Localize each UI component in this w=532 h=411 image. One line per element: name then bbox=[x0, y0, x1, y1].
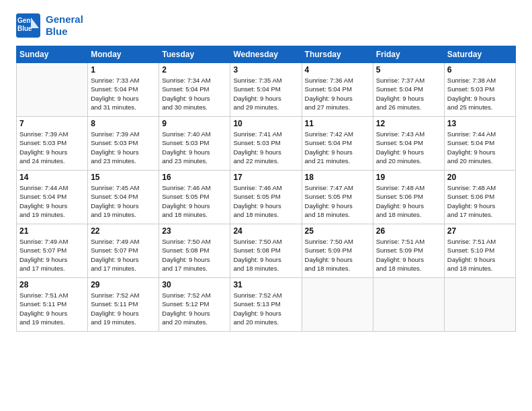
header: Gen Blue General Blue bbox=[16, 13, 516, 38]
logo: Gen Blue General Blue bbox=[16, 13, 83, 38]
day-number: 23 bbox=[162, 226, 227, 236]
day-number: 3 bbox=[233, 65, 298, 75]
day-number: 13 bbox=[447, 119, 513, 128]
day-header-wednesday: Wednesday bbox=[230, 46, 302, 63]
day-info: Sunrise: 7:50 AM Sunset: 5:09 PM Dayligh… bbox=[305, 237, 370, 273]
calendar-cell: 30Sunrise: 7:52 AM Sunset: 5:12 PM Dayli… bbox=[159, 278, 230, 332]
day-info: Sunrise: 7:37 AM Sunset: 5:04 PM Dayligh… bbox=[376, 76, 441, 111]
day-info: Sunrise: 7:34 AM Sunset: 5:04 PM Dayligh… bbox=[162, 76, 227, 111]
calendar-cell: 21Sunrise: 7:49 AM Sunset: 5:07 PM Dayli… bbox=[17, 224, 88, 278]
day-info: Sunrise: 7:46 AM Sunset: 5:05 PM Dayligh… bbox=[233, 183, 298, 219]
week-row-3: 14Sunrise: 7:44 AM Sunset: 5:04 PM Dayli… bbox=[17, 171, 516, 224]
day-info: Sunrise: 7:45 AM Sunset: 5:04 PM Dayligh… bbox=[91, 183, 156, 219]
day-info: Sunrise: 7:50 AM Sunset: 5:08 PM Dayligh… bbox=[162, 237, 227, 273]
calendar-cell: 25Sunrise: 7:50 AM Sunset: 5:09 PM Dayli… bbox=[302, 224, 373, 278]
day-number: 17 bbox=[233, 173, 298, 182]
day-number: 30 bbox=[162, 280, 227, 289]
day-header-thursday: Thursday bbox=[302, 46, 373, 63]
day-info: Sunrise: 7:47 AM Sunset: 5:05 PM Dayligh… bbox=[305, 183, 370, 219]
calendar-cell: 9Sunrise: 7:40 AM Sunset: 5:03 PM Daylig… bbox=[159, 117, 230, 171]
calendar-cell bbox=[373, 278, 444, 332]
calendar-cell: 11Sunrise: 7:42 AM Sunset: 5:04 PM Dayli… bbox=[302, 117, 373, 171]
week-row-1: 1Sunrise: 7:33 AM Sunset: 5:04 PM Daylig… bbox=[17, 63, 516, 117]
calendar-cell: 28Sunrise: 7:51 AM Sunset: 5:11 PM Dayli… bbox=[17, 278, 88, 332]
page: Gen Blue General Blue SundayMondayTuesda… bbox=[0, 0, 532, 411]
day-header-tuesday: Tuesday bbox=[159, 46, 230, 63]
day-number: 18 bbox=[305, 173, 370, 182]
day-info: Sunrise: 7:48 AM Sunset: 5:06 PM Dayligh… bbox=[376, 183, 441, 219]
day-number: 27 bbox=[447, 226, 513, 236]
calendar-cell: 12Sunrise: 7:43 AM Sunset: 5:04 PM Dayli… bbox=[373, 117, 444, 171]
svg-text:Blue: Blue bbox=[17, 25, 32, 32]
day-info: Sunrise: 7:49 AM Sunset: 5:07 PM Dayligh… bbox=[19, 237, 85, 273]
day-info: Sunrise: 7:52 AM Sunset: 5:13 PM Dayligh… bbox=[233, 291, 298, 326]
week-row-2: 7Sunrise: 7:39 AM Sunset: 5:03 PM Daylig… bbox=[17, 117, 516, 171]
day-number: 14 bbox=[19, 173, 85, 182]
day-number: 15 bbox=[91, 173, 156, 182]
calendar-cell: 1Sunrise: 7:33 AM Sunset: 5:04 PM Daylig… bbox=[88, 63, 159, 117]
day-info: Sunrise: 7:44 AM Sunset: 5:04 PM Dayligh… bbox=[19, 183, 85, 219]
day-number: 21 bbox=[19, 226, 85, 236]
day-number: 7 bbox=[19, 119, 85, 128]
day-number: 6 bbox=[447, 65, 513, 75]
day-number: 11 bbox=[305, 119, 370, 128]
day-info: Sunrise: 7:33 AM Sunset: 5:04 PM Dayligh… bbox=[91, 76, 156, 111]
day-number: 16 bbox=[162, 173, 227, 182]
calendar-cell: 10Sunrise: 7:41 AM Sunset: 5:03 PM Dayli… bbox=[230, 117, 302, 171]
calendar-cell: 8Sunrise: 7:39 AM Sunset: 5:03 PM Daylig… bbox=[88, 117, 159, 171]
logo-text: General Blue bbox=[46, 13, 83, 38]
day-info: Sunrise: 7:42 AM Sunset: 5:04 PM Dayligh… bbox=[305, 130, 370, 165]
day-number: 9 bbox=[162, 119, 227, 128]
day-header-saturday: Saturday bbox=[444, 46, 515, 63]
calendar-cell: 3Sunrise: 7:35 AM Sunset: 5:04 PM Daylig… bbox=[230, 63, 302, 117]
day-info: Sunrise: 7:52 AM Sunset: 5:11 PM Dayligh… bbox=[91, 291, 156, 326]
day-info: Sunrise: 7:50 AM Sunset: 5:08 PM Dayligh… bbox=[233, 237, 298, 273]
calendar-cell: 6Sunrise: 7:38 AM Sunset: 5:03 PM Daylig… bbox=[444, 63, 515, 117]
day-header-sunday: Sunday bbox=[17, 46, 88, 63]
calendar-cell: 2Sunrise: 7:34 AM Sunset: 5:04 PM Daylig… bbox=[159, 63, 230, 117]
day-number: 4 bbox=[305, 65, 370, 75]
day-number: 22 bbox=[91, 226, 156, 236]
day-number: 1 bbox=[91, 65, 156, 75]
calendar-cell: 24Sunrise: 7:50 AM Sunset: 5:08 PM Dayli… bbox=[230, 224, 302, 278]
day-number: 10 bbox=[233, 119, 298, 128]
calendar-table: SundayMondayTuesdayWednesdayThursdayFrid… bbox=[16, 46, 516, 332]
day-info: Sunrise: 7:49 AM Sunset: 5:07 PM Dayligh… bbox=[91, 237, 156, 273]
calendar-cell: 17Sunrise: 7:46 AM Sunset: 5:05 PM Dayli… bbox=[230, 171, 302, 224]
calendar-cell: 26Sunrise: 7:51 AM Sunset: 5:09 PM Dayli… bbox=[373, 224, 444, 278]
day-number: 2 bbox=[162, 65, 227, 75]
day-info: Sunrise: 7:44 AM Sunset: 5:04 PM Dayligh… bbox=[447, 130, 513, 165]
day-number: 5 bbox=[376, 65, 441, 75]
day-number: 25 bbox=[305, 226, 370, 236]
day-info: Sunrise: 7:51 AM Sunset: 5:10 PM Dayligh… bbox=[447, 237, 513, 273]
calendar-cell: 15Sunrise: 7:45 AM Sunset: 5:04 PM Dayli… bbox=[88, 171, 159, 224]
day-number: 28 bbox=[19, 280, 85, 289]
day-number: 19 bbox=[376, 173, 441, 182]
day-info: Sunrise: 7:39 AM Sunset: 5:03 PM Dayligh… bbox=[19, 130, 85, 165]
day-info: Sunrise: 7:51 AM Sunset: 5:11 PM Dayligh… bbox=[19, 291, 85, 326]
calendar-cell: 14Sunrise: 7:44 AM Sunset: 5:04 PM Dayli… bbox=[17, 171, 88, 224]
calendar-cell: 16Sunrise: 7:46 AM Sunset: 5:05 PM Dayli… bbox=[159, 171, 230, 224]
calendar-cell: 4Sunrise: 7:36 AM Sunset: 5:04 PM Daylig… bbox=[302, 63, 373, 117]
calendar-cell: 19Sunrise: 7:48 AM Sunset: 5:06 PM Dayli… bbox=[373, 171, 444, 224]
calendar-cell: 5Sunrise: 7:37 AM Sunset: 5:04 PM Daylig… bbox=[373, 63, 444, 117]
day-info: Sunrise: 7:51 AM Sunset: 5:09 PM Dayligh… bbox=[376, 237, 441, 273]
day-number: 20 bbox=[447, 173, 513, 182]
day-info: Sunrise: 7:38 AM Sunset: 5:03 PM Dayligh… bbox=[447, 76, 513, 111]
calendar-cell: 29Sunrise: 7:52 AM Sunset: 5:11 PM Dayli… bbox=[88, 278, 159, 332]
day-number: 31 bbox=[233, 280, 298, 289]
calendar-cell: 18Sunrise: 7:47 AM Sunset: 5:05 PM Dayli… bbox=[302, 171, 373, 224]
day-number: 26 bbox=[376, 226, 441, 236]
calendar-cell: 22Sunrise: 7:49 AM Sunset: 5:07 PM Dayli… bbox=[88, 224, 159, 278]
day-info: Sunrise: 7:35 AM Sunset: 5:04 PM Dayligh… bbox=[233, 76, 298, 111]
week-row-4: 21Sunrise: 7:49 AM Sunset: 5:07 PM Dayli… bbox=[17, 224, 516, 278]
week-row-5: 28Sunrise: 7:51 AM Sunset: 5:11 PM Dayli… bbox=[17, 278, 516, 332]
day-info: Sunrise: 7:36 AM Sunset: 5:04 PM Dayligh… bbox=[305, 76, 370, 111]
day-info: Sunrise: 7:52 AM Sunset: 5:12 PM Dayligh… bbox=[162, 291, 227, 326]
day-number: 24 bbox=[233, 226, 298, 236]
calendar-cell: 7Sunrise: 7:39 AM Sunset: 5:03 PM Daylig… bbox=[17, 117, 88, 171]
svg-text:Gen: Gen bbox=[17, 17, 30, 24]
day-number: 12 bbox=[376, 119, 441, 128]
calendar-cell bbox=[17, 63, 88, 117]
calendar-cell bbox=[444, 278, 515, 332]
